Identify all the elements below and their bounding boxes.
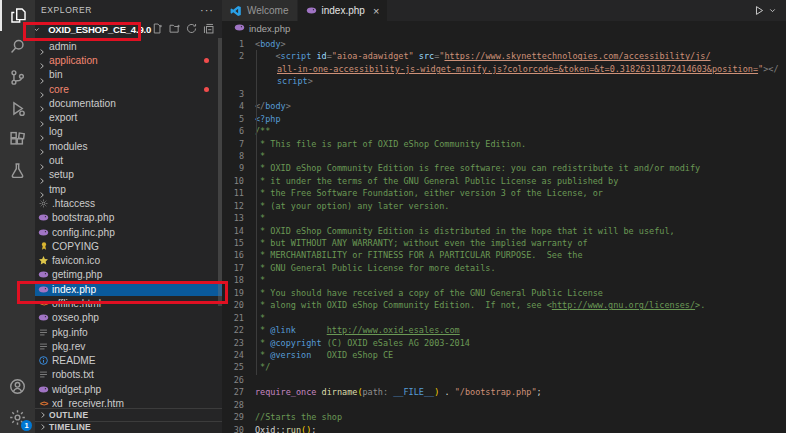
tree-item-pkg.rev[interactable]: pkg.rev — [35, 339, 222, 353]
code-line[interactable]: 10 * it under the terms of the GNU Gener… — [222, 175, 786, 187]
line-number[interactable] — [222, 75, 244, 87]
tree-item-modules[interactable]: modules — [35, 139, 222, 153]
line-number[interactable]: 26 — [222, 374, 244, 386]
tree-item-bin[interactable]: bin — [35, 68, 222, 82]
tree-item-application[interactable]: application — [35, 53, 222, 67]
testing-icon[interactable] — [0, 155, 35, 186]
tree-item-pkg.info[interactable]: pkg.info — [35, 325, 222, 339]
new-folder-icon[interactable] — [168, 21, 181, 39]
tree-item-bootstrap.php[interactable]: bootstrap.php — [35, 211, 222, 225]
tree-item-.htaccess[interactable]: .htaccess — [35, 196, 222, 210]
code-line[interactable]: 30Oxid::run(); — [222, 424, 786, 433]
line-number[interactable]: 19 — [222, 287, 244, 299]
code-line[interactable]: 16 * MERCHANTABILITY or FITNESS FOR A PA… — [222, 249, 786, 261]
tree-item-tmp[interactable]: tmp — [35, 182, 222, 196]
accounts-icon[interactable] — [0, 371, 35, 402]
code-line[interactable]: 25 */ — [222, 361, 786, 373]
line-number[interactable]: 30 — [222, 424, 244, 433]
line-number[interactable]: 23 — [222, 337, 244, 349]
search-icon[interactable] — [0, 31, 35, 62]
line-number[interactable] — [222, 63, 244, 75]
code-line[interactable]: 4</body> — [222, 100, 786, 112]
code-line[interactable]: 1<body> — [222, 38, 786, 50]
line-number[interactable]: 4 — [222, 100, 244, 112]
tree-item-oxseo.php[interactable]: oxseo.php — [35, 311, 222, 325]
code-line[interactable]: 20 * along with OXID eShop Community Edi… — [222, 299, 786, 311]
line-number[interactable]: 27 — [222, 386, 244, 398]
code-line[interactable]: 29//Starts the shop — [222, 411, 786, 423]
line-number[interactable]: 20 — [222, 299, 244, 311]
code-line[interactable]: 7 * This file is part of OXID eShop Comm… — [222, 138, 786, 150]
code-line[interactable]: 28 — [222, 399, 786, 411]
tree-item-getimg.php[interactable]: getimg.php — [35, 268, 222, 282]
new-file-icon[interactable] — [151, 21, 164, 39]
code-line[interactable]: 18 * — [222, 274, 786, 286]
line-number[interactable]: 2 — [222, 50, 244, 62]
tree-item-index.php[interactable]: index.php — [35, 282, 222, 296]
tree-item-widget.php[interactable]: widget.php — [35, 382, 222, 396]
tree-item-admin[interactable]: admin — [35, 39, 222, 53]
code-line[interactable]: 8 * — [222, 150, 786, 162]
extensions-icon[interactable] — [0, 124, 35, 155]
tree-item-config.inc.php[interactable]: config.inc.php — [35, 225, 222, 239]
code-line[interactable]: 15 * but WITHOUT ANY WARRANTY; without e… — [222, 237, 786, 249]
run-icon[interactable] — [752, 4, 765, 17]
code-line[interactable]: 27require_once dirname(path: __FILE__) .… — [222, 386, 786, 398]
line-number[interactable]: 24 — [222, 349, 244, 361]
tree-item-out[interactable]: out — [35, 153, 222, 167]
line-number[interactable]: 18 — [222, 274, 244, 286]
code-line[interactable]: all-in-one-accessibility-js-widget-minif… — [222, 63, 786, 75]
tree-item-xd_receiver.htm[interactable]: <>xd_receiver.htm — [35, 396, 222, 408]
code-line[interactable]: 5<?php — [222, 113, 786, 125]
tab-index-php[interactable]: index.php× — [298, 0, 389, 21]
tree-item-README[interactable]: README — [35, 354, 222, 368]
breadcrumb[interactable]: index.php — [222, 21, 786, 35]
line-number[interactable]: 8 — [222, 150, 244, 162]
code-line[interactable]: 17 * GNU General Public License for more… — [222, 262, 786, 274]
code-editor[interactable]: 1<body>2 <script id="aioa-adawidget" src… — [222, 35, 786, 433]
refresh-icon[interactable] — [185, 21, 198, 39]
line-number[interactable]: 25 — [222, 361, 244, 373]
source-control-icon[interactable] — [0, 62, 35, 93]
code-line[interactable]: 11 * the Free Software Foundation, eithe… — [222, 187, 786, 199]
line-number[interactable]: 3 — [222, 88, 244, 100]
line-number[interactable]: 28 — [222, 399, 244, 411]
code-line[interactable]: 24 * @version OXID eShop CE — [222, 349, 786, 361]
tab-welcome[interactable]: Welcome — [222, 0, 298, 21]
line-number[interactable]: 7 — [222, 138, 244, 150]
tree-item-core[interactable]: core — [35, 82, 222, 96]
code-line[interactable]: script> — [222, 75, 786, 87]
code-line[interactable]: 23 * @copyright (C) OXID eSales AG 2003-… — [222, 337, 786, 349]
tree-item-log[interactable]: log — [35, 125, 222, 139]
tree-item-export[interactable]: export — [35, 110, 222, 124]
line-number[interactable]: 16 — [222, 249, 244, 261]
line-number[interactable]: 6 — [222, 125, 244, 137]
code-line[interactable]: 2 <script id="aioa-adawidget" src="https… — [222, 50, 786, 62]
tree-item-setup[interactable]: setup — [35, 168, 222, 182]
code-line[interactable]: 3 — [222, 88, 786, 100]
run-debug-icon[interactable] — [0, 93, 35, 124]
line-number[interactable]: 10 — [222, 175, 244, 187]
code-line[interactable]: 12 * (at your option) any later version. — [222, 200, 786, 212]
code-line[interactable]: 21 * — [222, 312, 786, 324]
settings-icon[interactable]: 1 — [0, 402, 35, 433]
code-line[interactable]: 26 — [222, 374, 786, 386]
line-number[interactable]: 5 — [222, 113, 244, 125]
line-number[interactable]: 17 — [222, 262, 244, 274]
chevron-down-icon[interactable] — [768, 6, 777, 15]
explorer-icon[interactable] — [0, 0, 35, 31]
timeline-section[interactable]: TIMELINE — [35, 421, 222, 433]
code-line[interactable]: 14 * OXID eShop Community Edition is dis… — [222, 225, 786, 237]
line-number[interactable]: 29 — [222, 411, 244, 423]
line-number[interactable]: 13 — [222, 212, 244, 224]
tree-item-offline.html[interactable]: <>offline.html — [35, 296, 222, 310]
tree-item-documentation[interactable]: documentation — [35, 96, 222, 110]
code-line[interactable]: 6/** — [222, 125, 786, 137]
line-number[interactable]: 12 — [222, 200, 244, 212]
line-number[interactable]: 14 — [222, 225, 244, 237]
tree-item-COPYING[interactable]: COPYING — [35, 239, 222, 253]
more-actions-icon[interactable]: ··· — [200, 6, 214, 14]
code-line[interactable]: 9 * OXID eShop Community Edition is free… — [222, 162, 786, 174]
line-number[interactable]: 22 — [222, 324, 244, 336]
close-icon[interactable]: × — [373, 6, 379, 16]
